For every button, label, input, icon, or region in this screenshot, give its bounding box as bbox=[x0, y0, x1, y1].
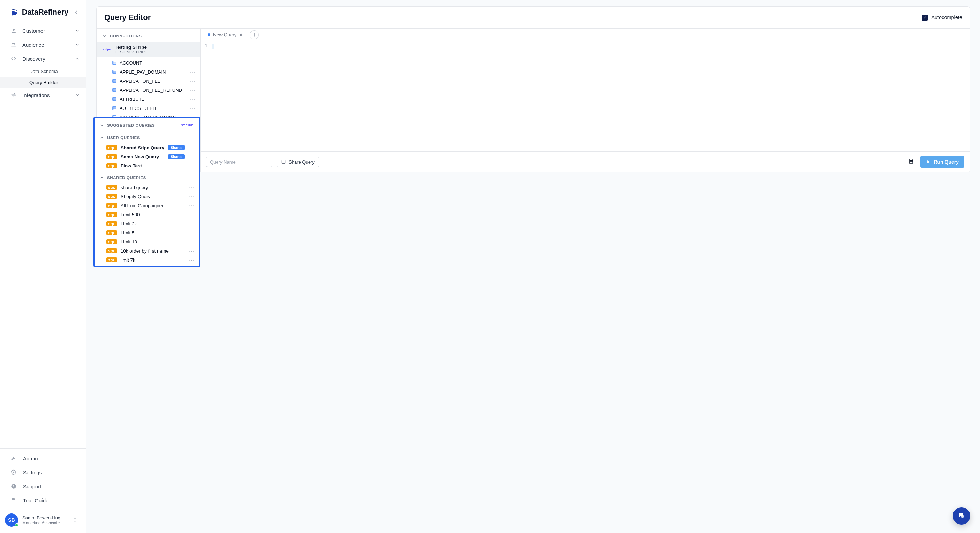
sidebar-item-admin[interactable]: Admin bbox=[0, 451, 86, 465]
row-actions-button[interactable]: ··· bbox=[188, 194, 195, 199]
chevron-up-icon bbox=[99, 135, 104, 140]
chevron-down-icon bbox=[102, 33, 107, 38]
query-row[interactable]: SQLFlow Test··· bbox=[94, 161, 199, 170]
row-actions-button[interactable]: ··· bbox=[188, 185, 195, 190]
sidebar-item-label: Audience bbox=[22, 42, 69, 48]
shared-queries-list: SQLshared query···SQLShopify Query···SQL… bbox=[94, 183, 199, 264]
close-tab-button[interactable]: × bbox=[240, 32, 242, 37]
chevron-up-icon bbox=[99, 175, 104, 180]
query-name: shared query bbox=[121, 185, 185, 190]
save-button[interactable] bbox=[908, 158, 916, 166]
row-actions-button[interactable]: ··· bbox=[188, 163, 195, 169]
user-menu-button[interactable] bbox=[70, 515, 80, 525]
query-name: Limit 2k bbox=[121, 221, 185, 226]
query-name-input[interactable] bbox=[206, 157, 272, 167]
query-row[interactable]: SQLLimit 5··· bbox=[94, 228, 199, 237]
row-actions-button[interactable]: ··· bbox=[189, 60, 196, 65]
row-actions-button[interactable]: ··· bbox=[188, 239, 195, 245]
row-actions-button[interactable]: ··· bbox=[188, 203, 195, 208]
user-queries-header[interactable]: USER QUERIES bbox=[94, 130, 199, 143]
add-tab-button[interactable] bbox=[250, 30, 259, 40]
sidebar-item-support[interactable]: ? Support bbox=[0, 479, 86, 493]
sidebar-sub-data-schema[interactable]: Data Schema bbox=[0, 65, 86, 77]
query-row[interactable]: SQL10k order by first name··· bbox=[94, 246, 199, 255]
query-row[interactable]: SQLSams New QueryShared··· bbox=[94, 152, 199, 161]
sidebar-sub-query-builder[interactable]: Query Builder bbox=[0, 77, 86, 88]
sidebar-item-customer[interactable]: Customer bbox=[0, 24, 86, 38]
row-actions-button[interactable]: ··· bbox=[188, 154, 195, 159]
query-row[interactable]: SQLLimit 500··· bbox=[94, 210, 199, 219]
row-actions-button[interactable]: ··· bbox=[188, 221, 195, 226]
gear-icon bbox=[11, 469, 17, 476]
row-actions-button[interactable]: ··· bbox=[189, 87, 196, 93]
shared-queries-header[interactable]: SHARED QUERIES bbox=[94, 170, 199, 183]
tabstrip: New Query × bbox=[200, 29, 970, 41]
chat-icon bbox=[958, 512, 965, 520]
chat-fab[interactable] bbox=[953, 507, 970, 525]
table-row[interactable]: ACCOUNT··· bbox=[97, 58, 200, 67]
sidebar-item-settings[interactable]: Settings bbox=[0, 465, 86, 479]
sidebar-item-audience[interactable]: Audience bbox=[0, 38, 86, 52]
row-actions-button[interactable]: ··· bbox=[189, 78, 196, 84]
sql-badge: SQL bbox=[107, 145, 117, 150]
query-row[interactable]: SQLLimit 2k··· bbox=[94, 219, 199, 228]
table-icon bbox=[112, 78, 117, 83]
editor-footer: Share Query Run Query bbox=[200, 151, 970, 172]
sidebar-item-tourguide[interactable]: Tour Guide bbox=[0, 493, 86, 507]
brand-name: DataRefinery bbox=[22, 8, 68, 17]
sidebar-item-label: Integrations bbox=[22, 92, 69, 98]
svg-rect-9 bbox=[113, 61, 116, 64]
table-row[interactable]: APPLICATION_FEE··· bbox=[97, 76, 200, 86]
code-editor[interactable]: 1 bbox=[200, 41, 970, 151]
table-row[interactable]: ATTRIBUTE··· bbox=[97, 94, 200, 103]
query-name: All from Campaigner bbox=[121, 203, 185, 208]
connection-item[interactable]: stripe Testing STripe TESTINGSTRIPE bbox=[97, 42, 200, 57]
table-icon bbox=[112, 106, 117, 111]
svg-point-1 bbox=[12, 43, 14, 45]
sidebar-item-label: Tour Guide bbox=[23, 497, 80, 503]
sidebar-item-discovery[interactable]: Discovery bbox=[0, 52, 86, 65]
checkbox-checked-icon bbox=[922, 15, 928, 21]
user-row: SB Samm Bowen-Hughes Marketing Associate bbox=[0, 510, 86, 533]
row-actions-button[interactable]: ··· bbox=[188, 145, 195, 150]
sidebar-item-integrations[interactable]: Integrations bbox=[0, 88, 86, 102]
row-actions-button[interactable]: ··· bbox=[189, 96, 196, 102]
query-row[interactable]: SQLShared Stipe QueryShared··· bbox=[94, 143, 199, 152]
sql-badge: SQL bbox=[107, 185, 117, 190]
avatar[interactable]: SB bbox=[5, 514, 18, 527]
query-row[interactable]: SQLlimit 7k··· bbox=[94, 255, 199, 264]
editor-tab[interactable]: New Query × bbox=[203, 29, 247, 41]
table-row[interactable]: APPLE_PAY_DOMAIN··· bbox=[97, 67, 200, 76]
run-query-button[interactable]: Run Query bbox=[920, 156, 964, 168]
run-label: Run Query bbox=[934, 159, 959, 165]
row-actions-button[interactable]: ··· bbox=[188, 248, 195, 254]
query-row[interactable]: SQLLimit 10··· bbox=[94, 237, 199, 246]
chevron-down-icon bbox=[75, 42, 80, 47]
query-name: Limit 500 bbox=[121, 212, 185, 217]
brand: DataRefinery bbox=[0, 0, 86, 23]
row-actions-button[interactable]: ··· bbox=[188, 230, 195, 235]
user-name: Samm Bowen-Hughes bbox=[22, 515, 66, 520]
collapse-sidebar-button[interactable] bbox=[72, 8, 80, 16]
row-actions-button[interactable]: ··· bbox=[188, 212, 195, 217]
share-query-button[interactable]: Share Query bbox=[277, 157, 319, 167]
row-actions-button[interactable]: ··· bbox=[189, 69, 196, 75]
row-actions-button[interactable]: ··· bbox=[188, 257, 195, 263]
stripe-chip: stripe bbox=[181, 124, 194, 127]
table-row[interactable]: AU_BECS_DEBIT··· bbox=[97, 103, 200, 113]
query-row[interactable]: SQLshared query··· bbox=[94, 183, 199, 192]
query-name: Shopify Query bbox=[121, 194, 185, 199]
row-actions-button[interactable]: ··· bbox=[189, 105, 196, 111]
sql-badge: SQL bbox=[107, 230, 117, 235]
query-row[interactable]: SQLShopify Query··· bbox=[94, 192, 199, 201]
svg-rect-18 bbox=[910, 162, 913, 163]
table-row[interactable]: APPLICATION_FEE_REFUND··· bbox=[97, 86, 200, 94]
connections-header[interactable]: CONNECTIONS bbox=[97, 29, 200, 42]
sql-badge: SQL bbox=[107, 258, 117, 262]
code-line[interactable] bbox=[209, 41, 970, 151]
suggested-queries-header[interactable]: SUGGESTED QUERIES stripe bbox=[94, 118, 199, 130]
query-row[interactable]: SQLAll from Campaigner··· bbox=[94, 201, 199, 210]
autocomplete-label: Autocomplete bbox=[931, 15, 962, 20]
autocomplete-toggle[interactable]: Autocomplete bbox=[922, 15, 962, 21]
stripe-logo-icon: stripe bbox=[102, 47, 111, 52]
